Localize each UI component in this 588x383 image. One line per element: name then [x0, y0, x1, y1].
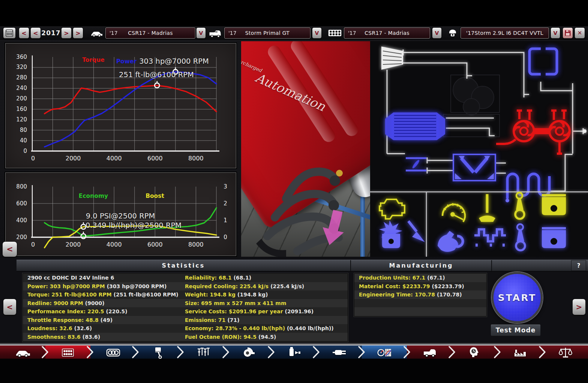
engine-variant-icon [447, 27, 458, 39]
stat-secondary-value: (9000) [85, 300, 105, 306]
torque-power-chart: 0408012016020024028032036002000400060008… [6, 43, 236, 168]
statistics-row: Redline:9000 RPM(9000)Size:695 mm x 527 … [23, 299, 348, 308]
svg-text:0: 0 [23, 148, 27, 154]
car-trim-year: '17 [228, 30, 237, 36]
calendar-button[interactable] [3, 27, 16, 39]
stat-label: Size: [185, 300, 199, 306]
stat-value: 303 hp@7000 RPM [50, 283, 105, 289]
car-trim-dropdown-button[interactable]: V [312, 27, 322, 39]
tab-dyno-testing[interactable] [362, 346, 407, 360]
car-trim-dropdown[interactable]: '17 Storm Primal GT [224, 27, 310, 39]
engine-family-dropdown-button[interactable]: V [432, 27, 442, 39]
economy-boost-chart: 200400600800012302000400060008000Economy… [6, 173, 236, 256]
previous-panel-button[interactable]: < [3, 299, 16, 315]
svg-text:0: 0 [31, 155, 35, 162]
manufacturing-header: Manufacturing [351, 260, 492, 271]
stat-value: 71 [218, 317, 225, 323]
svg-text:160: 160 [16, 106, 27, 112]
manufacturing-row: Engineering Time:170.78(170.78) [354, 290, 486, 299]
tab-valvetrain[interactable] [181, 346, 226, 360]
fuel-system-icon [286, 346, 302, 359]
designer-step-nav [0, 344, 588, 360]
stat-label: Smoothness: [27, 334, 66, 340]
engine-family-year: '17 [348, 30, 356, 36]
torque-power-chart-panel: 0408012016020024028032036002000400060008… [5, 43, 236, 168]
bottom-end-icon [151, 346, 166, 359]
tab-head-gasket[interactable] [90, 346, 136, 360]
stat-secondary-value: (67.1) [427, 275, 445, 281]
svg-text:200: 200 [16, 234, 27, 241]
stat-label: Performance Index: [27, 308, 86, 314]
manufacturing-panel: Production Units:67.1(67.1)Material Cost… [354, 273, 487, 317]
air-filter-icon [381, 46, 403, 70]
help-button[interactable]: ? [571, 260, 586, 271]
engine-3d-view[interactable]: Automation turbosupercharged [241, 41, 370, 257]
stat-label: Redline: [27, 300, 52, 306]
svg-text:360: 360 [16, 54, 27, 60]
year-back-button[interactable]: < [30, 27, 41, 39]
tab-bottom-end[interactable] [136, 346, 181, 360]
tab-markets[interactable] [543, 346, 588, 360]
close-button[interactable]: ✕ [574, 27, 585, 39]
year-forward-button[interactable]: > [61, 27, 72, 39]
tab-engineering[interactable] [452, 346, 498, 360]
calendar-icon [5, 29, 14, 37]
tab-engine-block[interactable] [45, 346, 91, 360]
tab-car-design[interactable] [0, 346, 45, 360]
intercooler-icon [385, 112, 445, 140]
statistics-row: Torque:251 ft-lb@6100 RPM(251 ft-lb@6100… [23, 290, 348, 299]
year-forward-fast-button[interactable]: > [73, 27, 83, 39]
stat-label: Throttle Response: [27, 317, 84, 323]
factory-icon [513, 346, 528, 359]
rpm-gauge-icon [442, 203, 465, 222]
stat-label: Reliability: [185, 275, 217, 281]
tab-fuel-system[interactable] [272, 346, 317, 360]
statistics-row: Power:303 hp@7000 RPM(303 hp@7000 RPM)Re… [23, 282, 348, 291]
save-icon [564, 29, 572, 37]
svg-text:Boost: Boost [146, 193, 164, 199]
engine-family-dropdown[interactable]: '17 CSR17 - Madrias [344, 27, 430, 39]
collapse-graphs-button[interactable]: < [2, 241, 17, 257]
car-family-dropdown[interactable]: '17 CSR17 - Madrias [105, 27, 195, 39]
engine-flow-schematic [370, 41, 588, 257]
year-display: 2017 [42, 27, 60, 39]
car-trim-icon [208, 27, 223, 39]
stat-label: Service Costs: [185, 308, 227, 314]
car-family-icon [89, 27, 104, 39]
svg-text:8000: 8000 [188, 241, 204, 248]
intake-hose [256, 239, 286, 257]
tab-factory[interactable] [498, 346, 543, 360]
start-dyno-button[interactable]: START [492, 272, 543, 323]
tab-exhaust[interactable] [316, 346, 362, 360]
stat-value: 170.78 [415, 292, 435, 298]
stat-secondary-value: (32.6) [74, 325, 92, 331]
year-back-fast-button[interactable]: < [19, 27, 29, 39]
stat-value: 225.4 kJ/s [240, 283, 268, 289]
svg-text:Torque: Torque [82, 57, 104, 63]
bottom-margin [0, 359, 588, 383]
head-gasket-icon [106, 346, 121, 359]
next-panel-button[interactable]: > [572, 299, 586, 315]
save-button[interactable] [562, 27, 573, 39]
test-mode-button[interactable]: Test Mode [490, 324, 541, 336]
engine-internals-silhouette [443, 75, 500, 137]
dyno-testing-icon [377, 346, 392, 359]
tab-car-trim[interactable] [407, 346, 452, 360]
statistics-row: 2900 cc DOHC DI 24V Inline 6Reliability:… [23, 274, 348, 282]
engine-variant-dropdown-button[interactable]: V [550, 27, 560, 39]
piston-blue-icon [542, 227, 566, 248]
markets-icon [558, 346, 573, 359]
economy-boost-chart-panel: 200400600800012302000400060008000Economy… [5, 172, 236, 256]
stat-secondary-value: (94.5) [258, 334, 276, 340]
car-family-dropdown-button[interactable]: V [196, 27, 206, 39]
intake-manifold-icon [453, 154, 495, 181]
automation-engine-designer: < < 2017 > > '17 CSR17 - Madrias V '17 S… [0, 0, 588, 383]
statistics-header: Statistics [16, 260, 351, 271]
check-engine-icon [380, 199, 405, 219]
engine-variant-dropdown[interactable]: '17Storm 2.9L I6 DC4T VVTL [460, 27, 549, 39]
statistics-row: Performance Index:220.5(220.5)Service Co… [23, 307, 348, 316]
oil-dipstick [336, 170, 343, 177]
stat-label: Loudness: [27, 325, 57, 331]
stat-secondary-value: (2091.96) [285, 308, 314, 314]
tab-aspiration[interactable] [226, 346, 272, 360]
